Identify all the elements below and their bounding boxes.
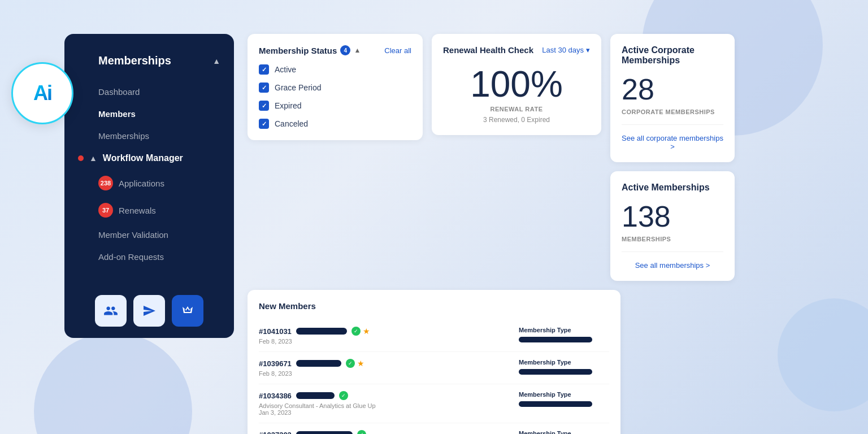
- status-expired-checkbox[interactable]: Expired: [259, 101, 411, 111]
- app-logo: Ai: [11, 62, 73, 124]
- member-id: #1039671: [259, 359, 292, 368]
- see-all-corporate-link[interactable]: See all corporate memberships >: [622, 134, 723, 151]
- membership-type-label: Membership Type: [519, 359, 609, 366]
- status-grace-period-checkbox[interactable]: Grace Period: [259, 83, 411, 93]
- member-icons: ✓ ★: [346, 359, 364, 368]
- corporate-count: 28: [622, 75, 723, 104]
- member-icons: ✓: [339, 391, 348, 400]
- notification-dot: [78, 155, 84, 161]
- sidebar-item-label: Workflow Manager: [103, 153, 183, 163]
- sidebar-item-workflow-manager[interactable]: ▲ Workflow Manager: [64, 147, 234, 170]
- member-date: Jan 3, 2023: [259, 409, 519, 416]
- sidebar-item-label: Applications: [119, 179, 164, 188]
- sidebar-item-member-validation[interactable]: Member Validation: [64, 224, 234, 246]
- membership-type-label: Membership Type: [519, 430, 609, 434]
- member-right: Membership Type: [519, 359, 609, 375]
- member-icons: ✓ ★: [351, 327, 370, 336]
- renewal-percentage: 100%: [443, 66, 590, 102]
- membership-type-label: Membership Type: [519, 391, 609, 398]
- checkbox-checked-icon: [259, 101, 269, 111]
- member-date: Feb 8, 2023: [259, 370, 519, 377]
- member-id-row: #1037303 ✓: [259, 430, 519, 434]
- table-row: #1037303 ✓ Sales Manager at Glue Up Jan …: [259, 423, 609, 434]
- sidebar-item-label: Dashboard: [98, 87, 140, 97]
- member-id-row: #1034386 ✓: [259, 391, 519, 400]
- right-column: Active Corporate Memberships 28 CORPORAT…: [610, 34, 735, 281]
- main-content: Membership Status 4 ▲ Clear all Active G…: [248, 34, 845, 434]
- renewal-title: Renewal Health Check: [443, 45, 533, 55]
- member-name-bar: [296, 431, 353, 434]
- checkbox-checked-icon: [259, 64, 269, 75]
- member-left: #1034386 ✓ Advisory Consultant - Analyti…: [259, 391, 519, 416]
- member-right: Membership Type: [519, 430, 609, 434]
- chevron-down-icon: ▾: [586, 46, 590, 54]
- sidebar-item-label: Add-on Requests: [98, 252, 164, 262]
- renewal-sub-label: 3 Renewed, 0 Expired: [443, 116, 590, 124]
- new-members-row: New Members #1041031 ✓ ★ Feb 8, 2023: [248, 290, 845, 434]
- renewal-health-card: Renewal Health Check Last 30 days ▾ 100%…: [432, 34, 601, 135]
- verified-icon: ✓: [357, 430, 366, 434]
- checkbox-checked-icon: [259, 119, 269, 129]
- status-canceled-checkbox[interactable]: Canceled: [259, 119, 411, 129]
- sidebar-bottom-icons: [64, 284, 234, 327]
- active-memberships-title: Active Memberships: [622, 183, 723, 193]
- member-id-row: #1039671 ✓ ★: [259, 359, 519, 368]
- table-row: #1034386 ✓ Advisory Consultant - Analyti…: [259, 384, 609, 423]
- see-all-memberships-link[interactable]: See all memberships >: [622, 261, 723, 270]
- membership-status-title: Membership Status 4 ▲: [259, 45, 361, 55]
- community-icon-button[interactable]: [95, 295, 127, 327]
- applications-badge: 238: [98, 176, 113, 190]
- member-right: Membership Type: [519, 391, 609, 407]
- corporate-card-title: Active Corporate Memberships: [622, 45, 723, 66]
- checkbox-label: Canceled: [275, 119, 308, 128]
- chevron-up-icon: ▲: [354, 46, 361, 54]
- checkbox-label: Grace Period: [275, 83, 321, 92]
- card-divider: [622, 124, 723, 125]
- clear-all-button[interactable]: Clear all: [384, 46, 411, 55]
- member-date: Feb 8, 2023: [259, 338, 519, 345]
- verified-icon: ✓: [339, 391, 348, 400]
- new-members-title: New Members: [259, 301, 609, 311]
- status-badge-count: 4: [340, 45, 350, 55]
- sidebar-item-label: Renewals: [119, 206, 156, 215]
- verified-icon: ✓: [346, 359, 355, 368]
- sidebar-item-renewals[interactable]: 37 Renewals: [64, 197, 234, 224]
- sidebar-item-memberships[interactable]: Memberships: [64, 125, 234, 147]
- corporate-count-label: CORPORATE MEMBERSHIPS: [622, 108, 723, 115]
- member-name-bar: [296, 328, 347, 335]
- sidebar-nav: Dashboard Members Memberships ▲ Workflow…: [64, 76, 234, 272]
- active-count: 138: [622, 202, 723, 231]
- member-left: #1039671 ✓ ★ Feb 8, 2023: [259, 359, 519, 377]
- send-icon-button[interactable]: [133, 295, 165, 327]
- member-id: #1041031: [259, 327, 292, 336]
- member-subtitle: Advisory Consultant - Analytics at Glue …: [259, 402, 519, 409]
- membership-type-bar: [519, 369, 592, 375]
- membership-status-header: Membership Status 4 ▲ Clear all: [259, 45, 411, 55]
- active-count-label: MEMBERSHIPS: [622, 236, 723, 242]
- sidebar-item-members[interactable]: Members: [64, 103, 234, 125]
- checkbox-label: Expired: [275, 101, 301, 110]
- new-members-card: New Members #1041031 ✓ ★ Feb 8, 2023: [248, 290, 620, 434]
- membership-type-bar: [519, 337, 592, 342]
- member-right: Membership Type: [519, 327, 609, 342]
- sidebar-item-label: Memberships: [98, 131, 149, 141]
- member-icons: ✓: [357, 430, 366, 434]
- sidebar-item-applications[interactable]: 238 Applications: [64, 170, 234, 197]
- star-icon: ★: [363, 327, 370, 336]
- sidebar-item-dashboard[interactable]: Dashboard: [64, 81, 234, 103]
- period-selector[interactable]: Last 30 days ▾: [542, 46, 590, 54]
- status-active-checkbox[interactable]: Active: [259, 64, 411, 75]
- status-checkbox-list: Active Grace Period Expired Canceled: [259, 64, 411, 129]
- member-id: #1037303: [259, 431, 292, 435]
- checkbox-label: Active: [275, 65, 296, 74]
- member-left: #1041031 ✓ ★ Feb 8, 2023: [259, 327, 519, 345]
- renewal-header: Renewal Health Check Last 30 days ▾: [443, 45, 590, 55]
- membership-type-bar: [519, 401, 592, 407]
- member-left: #1037303 ✓ Sales Manager at Glue Up Jan …: [259, 430, 519, 434]
- logo-text: Ai: [33, 81, 51, 105]
- verified-icon: ✓: [351, 327, 361, 336]
- sidebar-item-addon-requests[interactable]: Add-on Requests: [64, 246, 234, 268]
- sidebar: Memberships ▲ Dashboard Members Membersh…: [64, 34, 234, 338]
- card-divider: [622, 251, 723, 252]
- membership-icon-button[interactable]: [172, 295, 203, 327]
